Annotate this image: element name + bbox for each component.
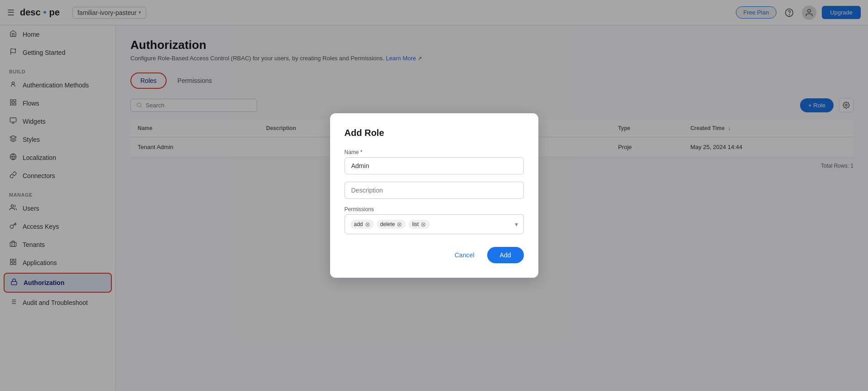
name-input[interactable]	[345, 157, 524, 174]
add-role-modal: Add Role Name * Permissions add ⊗ delete…	[330, 113, 538, 278]
perm-tag-list-remove[interactable]: ⊗	[421, 221, 426, 227]
permissions-form-group: Permissions add ⊗ delete ⊗ list ⊗ ▾	[345, 206, 524, 234]
perm-tag-list: list ⊗	[408, 220, 430, 229]
perm-tag-add: add ⊗	[350, 220, 374, 229]
cancel-button[interactable]: Cancel	[447, 247, 482, 263]
permissions-box[interactable]: add ⊗ delete ⊗ list ⊗ ▾	[345, 214, 524, 234]
add-button[interactable]: Add	[487, 247, 524, 263]
perm-tag-list-label: list	[412, 221, 419, 227]
modal-title: Add Role	[345, 128, 524, 138]
perm-tag-add-label: add	[354, 221, 363, 227]
description-form-group	[345, 182, 524, 199]
perm-tag-delete: delete ⊗	[377, 220, 406, 229]
perm-tag-delete-label: delete	[380, 221, 395, 227]
modal-overlay[interactable]: Add Role Name * Permissions add ⊗ delete…	[0, 0, 868, 391]
perm-tag-delete-remove[interactable]: ⊗	[397, 221, 402, 227]
perm-tag-add-remove[interactable]: ⊗	[365, 221, 370, 227]
permissions-label: Permissions	[345, 206, 524, 212]
description-input[interactable]	[345, 182, 524, 199]
permissions-dropdown-arrow[interactable]: ▾	[515, 221, 518, 228]
name-form-group: Name *	[345, 149, 524, 174]
name-label: Name *	[345, 149, 524, 155]
modal-actions: Cancel Add	[345, 247, 524, 263]
